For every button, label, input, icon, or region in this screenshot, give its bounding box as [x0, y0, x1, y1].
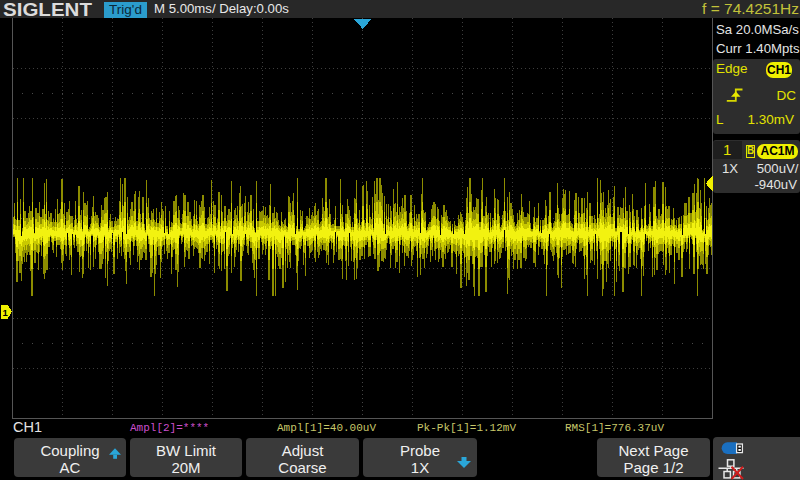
svg-text:1: 1 [3, 307, 9, 318]
